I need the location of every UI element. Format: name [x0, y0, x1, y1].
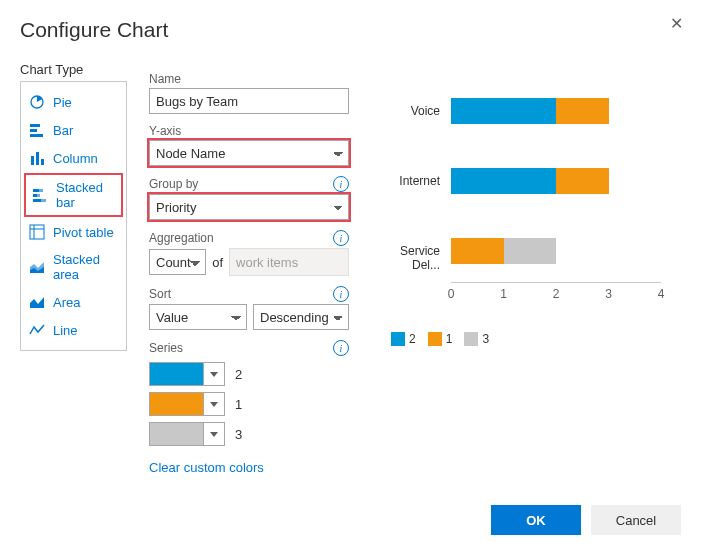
svg-rect-7 — [33, 189, 39, 192]
chart-tick: 0 — [448, 287, 455, 301]
groupby-label: Group byi — [149, 176, 349, 192]
area-icon — [29, 294, 45, 310]
legend-swatch — [428, 332, 442, 346]
series-color-picker[interactable] — [149, 392, 225, 416]
series-color-picker[interactable] — [149, 362, 225, 386]
aggregation-of-label: of — [212, 255, 223, 270]
chart-type-line[interactable]: Line — [21, 316, 126, 344]
stacked-bar-icon — [32, 187, 48, 203]
chevron-down-icon — [203, 393, 224, 415]
name-label: Name — [149, 72, 349, 86]
svg-rect-3 — [30, 134, 43, 137]
chart-type-bar[interactable]: Bar — [21, 116, 126, 144]
chart-segment — [556, 168, 609, 194]
chart-segment — [504, 238, 557, 264]
cancel-button[interactable]: Cancel — [591, 505, 681, 535]
info-icon[interactable]: i — [333, 286, 349, 302]
legend-label: 2 — [409, 332, 416, 346]
svg-rect-10 — [37, 194, 40, 197]
legend-item: 3 — [464, 332, 489, 346]
chart-segment — [451, 168, 556, 194]
chevron-down-icon — [203, 423, 224, 445]
chevron-down-icon — [203, 363, 224, 385]
chart-type-pie[interactable]: Pie — [21, 88, 126, 116]
svg-rect-8 — [39, 189, 43, 192]
clear-colors-link[interactable]: Clear custom colors — [149, 460, 264, 475]
legend-swatch — [391, 332, 405, 346]
groupby-select[interactable]: Priority — [149, 194, 349, 220]
chart-category-label: Voice — [371, 104, 446, 118]
svg-rect-12 — [41, 199, 46, 202]
series-name: 1 — [235, 397, 242, 412]
chart-type-column[interactable]: Column — [21, 144, 126, 172]
name-input[interactable] — [149, 88, 349, 114]
column-icon — [29, 150, 45, 166]
chart-type-heading: Chart Type — [20, 62, 127, 77]
series-row: 3 — [149, 422, 349, 446]
chart-bar — [451, 168, 609, 194]
stacked-area-icon — [29, 259, 45, 275]
chart-category-label: Service Del... — [371, 244, 446, 272]
svg-rect-1 — [30, 124, 40, 127]
svg-rect-2 — [30, 129, 37, 132]
pie-icon — [29, 94, 45, 110]
sort-by-select[interactable]: Value — [149, 304, 247, 330]
aggregation-select[interactable]: Count — [149, 249, 206, 275]
chart-type-list: Pie Bar Column Stacked bar Pivot table — [20, 81, 127, 351]
series-row: 1 — [149, 392, 349, 416]
chart-tick: 2 — [553, 287, 560, 301]
svg-rect-9 — [33, 194, 37, 197]
chart-x-axis: 01234 — [451, 282, 661, 283]
line-icon — [29, 322, 45, 338]
pivot-table-icon — [29, 224, 45, 240]
series-color-picker[interactable] — [149, 422, 225, 446]
svg-rect-5 — [36, 152, 39, 165]
series-row: 2 — [149, 362, 349, 386]
legend-label: 1 — [446, 332, 453, 346]
legend-label: 3 — [482, 332, 489, 346]
chart-tick: 3 — [605, 287, 612, 301]
bar-icon — [29, 122, 45, 138]
series-name: 3 — [235, 427, 242, 442]
legend-swatch — [464, 332, 478, 346]
svg-rect-11 — [33, 199, 41, 202]
chart-segment — [556, 98, 609, 124]
legend-item: 1 — [428, 332, 453, 346]
chart-bar — [451, 98, 609, 124]
ok-button[interactable]: OK — [491, 505, 581, 535]
svg-rect-13 — [30, 225, 44, 239]
chart-type-area[interactable]: Area — [21, 288, 126, 316]
chart-type-stacked-bar[interactable]: Stacked bar — [25, 174, 122, 216]
chart-type-stacked-area[interactable]: Stacked area — [21, 246, 126, 288]
yaxis-select[interactable]: Node Name — [149, 140, 349, 166]
aggregation-label: Aggregationi — [149, 230, 349, 246]
series-name: 2 — [235, 367, 242, 382]
info-icon[interactable]: i — [333, 176, 349, 192]
dialog-title: Configure Chart — [20, 18, 681, 42]
legend-item: 2 — [391, 332, 416, 346]
sort-dir-select[interactable]: Descending — [253, 304, 349, 330]
aggregation-target: work items — [229, 248, 349, 276]
chart-bar — [451, 238, 556, 264]
chart-type-pivot-table[interactable]: Pivot table — [21, 218, 126, 246]
sort-label: Sorti — [149, 286, 349, 302]
svg-rect-4 — [31, 156, 34, 165]
svg-rect-6 — [41, 159, 44, 165]
yaxis-label: Y-axis — [149, 124, 349, 138]
chart-preview: VoiceInternetService Del...01234 213 — [371, 62, 681, 475]
chart-tick: 1 — [500, 287, 507, 301]
series-label: Seriesi — [149, 340, 349, 356]
chart-segment — [451, 98, 556, 124]
chart-segment — [451, 238, 504, 264]
close-icon[interactable]: ✕ — [670, 14, 683, 33]
chart-tick: 4 — [658, 287, 665, 301]
chart-category-label: Internet — [371, 174, 446, 188]
info-icon[interactable]: i — [333, 340, 349, 356]
info-icon[interactable]: i — [333, 230, 349, 246]
